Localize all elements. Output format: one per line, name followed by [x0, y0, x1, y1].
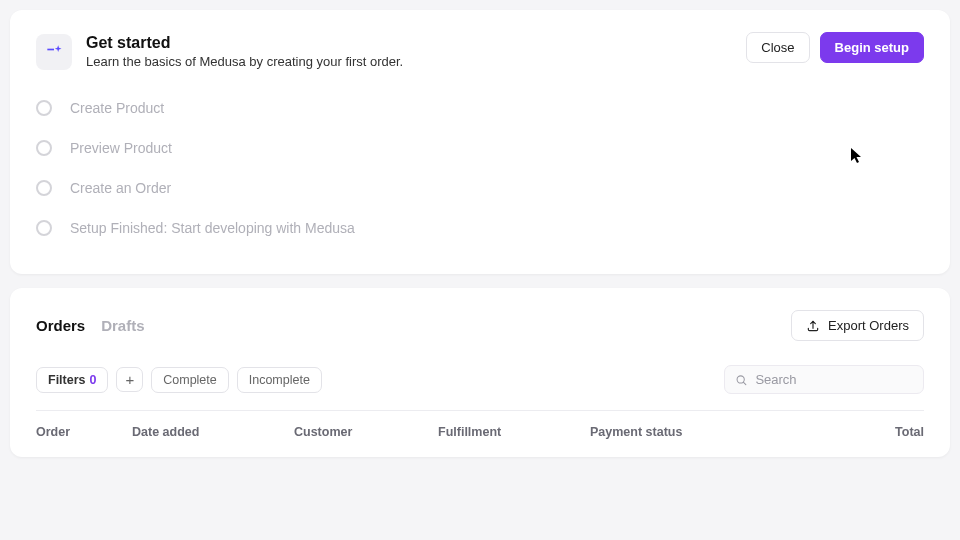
filters-count: 0 [90, 373, 97, 387]
orders-table-head: Order Date added Customer Fulfillment Pa… [36, 411, 924, 447]
get-started-title: Get started [86, 34, 403, 52]
col-customer[interactable]: Customer [294, 425, 438, 439]
get-started-header-left: Get started Learn the basics of Medusa b… [36, 32, 403, 70]
step-create-order[interactable]: Create an Order [36, 168, 924, 208]
col-total[interactable]: Total [844, 425, 924, 439]
col-order[interactable]: Order [36, 425, 132, 439]
search-box[interactable] [724, 365, 924, 394]
orders-table: Order Date added Customer Fulfillment Pa… [36, 410, 924, 447]
get-started-card: Get started Learn the basics of Medusa b… [10, 10, 950, 274]
search-input[interactable] [755, 372, 913, 387]
orders-card: Orders Drafts Export Orders Filters 0 + … [10, 288, 950, 457]
orders-header: Orders Drafts Export Orders [36, 310, 924, 341]
col-fulfillment[interactable]: Fulfillment [438, 425, 590, 439]
close-button[interactable]: Close [746, 32, 809, 63]
export-orders-button[interactable]: Export Orders [791, 310, 924, 341]
filters-chip[interactable]: Filters 0 [36, 367, 108, 393]
step-create-product[interactable]: Create Product [36, 88, 924, 128]
step-preview-product[interactable]: Preview Product [36, 128, 924, 168]
tab-drafts[interactable]: Drafts [101, 317, 144, 334]
svg-line-3 [744, 382, 746, 384]
begin-setup-button[interactable]: Begin setup [820, 32, 924, 63]
col-date-added[interactable]: Date added [132, 425, 294, 439]
filter-complete[interactable]: Complete [151, 367, 229, 393]
get-started-actions: Close Begin setup [746, 32, 924, 63]
step-status-icon [36, 100, 52, 116]
filter-incomplete[interactable]: Incomplete [237, 367, 322, 393]
step-status-icon [36, 180, 52, 196]
col-payment[interactable]: Payment status [590, 425, 844, 439]
export-icon [806, 319, 820, 333]
plus-icon: + [125, 372, 134, 387]
get-started-text: Get started Learn the basics of Medusa b… [86, 34, 403, 69]
get-started-subtitle: Learn the basics of Medusa by creating y… [86, 54, 403, 69]
step-label: Create Product [70, 100, 164, 116]
search-icon [735, 373, 747, 387]
tab-orders[interactable]: Orders [36, 317, 85, 334]
step-label: Preview Product [70, 140, 172, 156]
step-label: Setup Finished: Start developing with Me… [70, 220, 355, 236]
export-orders-label: Export Orders [828, 318, 909, 333]
filters-left: Filters 0 + Complete Incomplete [36, 367, 322, 393]
sparkle-icon [36, 34, 72, 70]
get-started-header: Get started Learn the basics of Medusa b… [36, 32, 924, 70]
step-status-icon [36, 140, 52, 156]
get-started-steps: Create Product Preview Product Create an… [36, 88, 924, 248]
step-status-icon [36, 220, 52, 236]
step-setup-finished[interactable]: Setup Finished: Start developing with Me… [36, 208, 924, 248]
step-label: Create an Order [70, 180, 171, 196]
add-filter-button[interactable]: + [116, 367, 143, 392]
filters-label: Filters [48, 373, 86, 387]
orders-tabs: Orders Drafts [36, 317, 145, 334]
filters-row: Filters 0 + Complete Incomplete [36, 365, 924, 394]
